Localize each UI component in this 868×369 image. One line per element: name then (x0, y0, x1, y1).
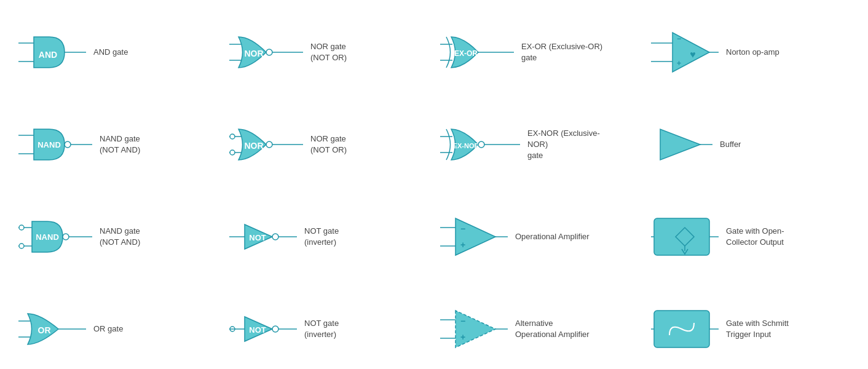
exnor-gate-label: EX-NOR (Exclusive-NOR)gate (527, 128, 614, 162)
buffer: Buffer (645, 98, 856, 191)
opencollector: Gate with Open-Collector Output (645, 191, 856, 283)
exnor-gate-symbol: EX-NOR (440, 123, 520, 166)
svg-point-25 (230, 134, 235, 139)
schmitt: Gate with SchmittTrigger Input (645, 283, 856, 369)
svg-point-46 (272, 234, 278, 240)
svg-point-34 (478, 141, 484, 148)
opamp-label: Operational Amplifier (515, 231, 590, 242)
svg-text:−: − (460, 224, 465, 234)
svg-text:NOT: NOT (249, 233, 266, 242)
svg-point-38 (19, 225, 24, 230)
exor-gate: EX-OREX-OR (Exclusive-OR)gate (434, 6, 645, 98)
nor-gate-1-label: NOR gate(NOT OR) (310, 41, 347, 63)
svg-text:EX-OR: EX-OR (454, 49, 478, 58)
and-gate-label: AND gate (93, 47, 128, 58)
svg-text:NOR: NOR (244, 49, 263, 58)
opamp-symbol: −+ (440, 212, 508, 261)
nor-gate-2-symbol: NOR (229, 123, 303, 166)
nor-gate-1: NORNOR gate(NOT OR) (223, 6, 434, 98)
svg-point-27 (230, 150, 235, 155)
svg-point-40 (19, 244, 24, 248)
nand-gate-2-label: NAND gate(NOT AND) (100, 226, 140, 248)
alt-opamp-symbol: −+ (440, 304, 508, 354)
svg-text:OR: OR (38, 325, 51, 335)
svg-text:NAND: NAND (37, 140, 61, 149)
svg-point-29 (266, 141, 272, 148)
exor-gate-label: EX-OR (Exclusive-OR)gate (521, 41, 602, 63)
nand-gate-1-symbol: NAND (18, 123, 92, 166)
svg-text:NOT: NOT (249, 325, 266, 335)
svg-point-7 (266, 49, 272, 55)
opencollector-label: Gate with Open-Collector Output (726, 226, 784, 248)
svg-text:+: + (460, 240, 465, 250)
svg-point-22 (65, 141, 71, 148)
svg-text:+: + (460, 332, 465, 342)
alt-opamp: −+AlternativeOperational Amplifier (434, 283, 645, 369)
not-gate-1-symbol: NOT (229, 215, 297, 258)
and-gate-symbol: AND (18, 31, 86, 74)
not-gate-1-label: NOT gate(inverter) (304, 226, 339, 248)
opencollector-symbol (651, 212, 719, 261)
norton-opamp: −+♥Norton op-amp (645, 6, 856, 98)
svg-text:−: − (677, 34, 681, 43)
nand-gate-2: NANDNAND gate(NOT AND) (12, 191, 223, 283)
svg-text:+: + (677, 59, 681, 68)
norton-opamp-label: Norton op-amp (726, 47, 779, 58)
or-gate-label: OR gate (93, 323, 123, 335)
schmitt-label: Gate with SchmittTrigger Input (726, 318, 789, 340)
svg-text:♥: ♥ (690, 49, 696, 60)
nor-gate-2-label: NOR gate(NOT OR) (310, 133, 347, 156)
buffer-symbol (651, 123, 712, 166)
svg-text:NOR: NOR (244, 141, 263, 151)
nand-gate-2-symbol: NAND (18, 215, 92, 258)
nand-gate-1: NANDNAND gate(NOT AND) (12, 98, 223, 191)
main-grid: ANDAND gateNORNOR gate(NOT OR)EX-OREX-OR… (0, 0, 868, 369)
exor-gate-symbol: EX-OR (440, 31, 514, 74)
exnor-gate: EX-NOREX-NOR (Exclusive-NOR)gate (434, 98, 645, 191)
schmitt-symbol (651, 304, 719, 354)
svg-text:−: − (460, 316, 465, 326)
nor-gate-2: NORNOR gate(NOT OR) (223, 98, 434, 191)
alt-opamp-label: AlternativeOperational Amplifier (515, 318, 590, 340)
svg-point-42 (63, 234, 69, 240)
or-gate: OROR gate (12, 283, 223, 369)
buffer-label: Buffer (720, 139, 741, 150)
svg-text:NAND: NAND (36, 232, 59, 242)
svg-text:AND: AND (39, 50, 57, 60)
and-gate: ANDAND gate (12, 6, 223, 98)
not-gate-2-symbol: NOT (229, 308, 297, 351)
not-gate-2-label: NOT gate(inverter) (304, 318, 339, 340)
nor-gate-1-symbol: NOR (229, 31, 303, 74)
nand-gate-1-label: NAND gate(NOT AND) (100, 133, 140, 156)
opamp: −+Operational Amplifier (434, 191, 645, 283)
norton-opamp-symbol: −+♥ (651, 28, 719, 77)
or-gate-symbol: OR (18, 308, 86, 351)
not-gate-2: NOTNOT gate(inverter) (223, 283, 434, 369)
svg-text:EX-NOR: EX-NOR (453, 142, 479, 149)
not-gate-1: NOTNOT gate(inverter) (223, 191, 434, 283)
svg-point-64 (272, 326, 278, 332)
